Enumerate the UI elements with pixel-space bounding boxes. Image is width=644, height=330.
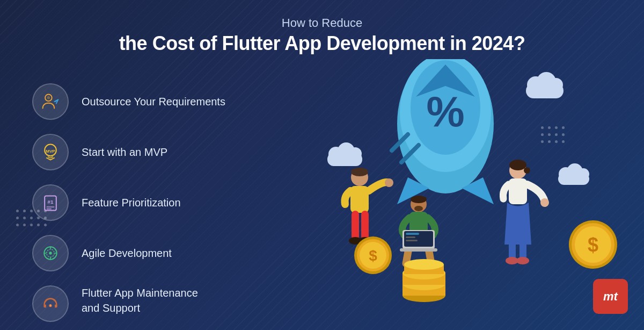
svg-point-22 (549, 78, 563, 92)
svg-point-26 (349, 147, 362, 160)
svg-rect-35 (361, 211, 369, 240)
svg-point-60 (516, 257, 529, 264)
outsource-icon (32, 83, 69, 120)
item-5-text: Flutter App Maintenanceand Support (82, 285, 198, 315)
item-4-text: Agile Development (82, 246, 172, 261)
header-title: the Cost of Flutter App Development in 2… (11, 32, 633, 55)
svg-rect-34 (352, 211, 359, 240)
svg-point-38 (385, 178, 393, 187)
logo-badge: mt (593, 279, 628, 314)
dots-pattern-right (541, 126, 566, 145)
svg-point-41 (414, 206, 423, 211)
mvp-icon: MVP (32, 134, 69, 170)
svg-point-54 (509, 160, 526, 170)
list-item-2: MVP Start with an MVP (32, 134, 290, 170)
svg-rect-49 (406, 233, 419, 235)
header-subtitle: How to Reduce (11, 16, 633, 30)
svg-rect-51 (406, 240, 418, 241)
left-panel: Outsource Your Requirements MVP Start wi… (32, 83, 290, 330)
svg-point-1 (47, 96, 50, 99)
illustration-svg: % (295, 59, 617, 306)
svg-point-32 (351, 168, 368, 176)
logo-text: mt (603, 290, 618, 304)
list-item-1: Outsource Your Requirements (32, 83, 290, 120)
header-section: How to Reduce the Cost of Flutter App De… (0, 0, 644, 66)
svg-rect-52 (400, 248, 437, 252)
svg-point-10 (49, 252, 52, 254)
svg-point-55 (524, 167, 530, 174)
svg-point-61 (540, 198, 549, 207)
svg-rect-50 (406, 236, 415, 238)
item-3-text: Feature Prioritization (82, 195, 181, 210)
svg-point-40 (411, 196, 427, 203)
item-2-text: Start with an MVP (82, 145, 167, 160)
svg-point-68 (404, 259, 444, 270)
svg-text:#1: #1 (48, 199, 54, 205)
svg-text:$: $ (369, 247, 377, 264)
svg-point-30 (577, 168, 589, 180)
maintenance-support-icon: ? (32, 285, 69, 322)
list-item-5: ? Flutter App Maintenanceand Support (32, 285, 290, 322)
agile-development-icon (32, 235, 69, 271)
svg-text:MVP: MVP (46, 149, 55, 154)
main-container: How to Reduce the Cost of Flutter App De… (0, 0, 644, 330)
svg-text:%: % (426, 88, 464, 135)
svg-text:$: $ (588, 234, 598, 256)
list-item-3: #1 Feature Prioritization (32, 184, 290, 221)
list-item-4: Agile Development (32, 235, 290, 271)
feature-prioritization-icon: #1 (32, 184, 69, 221)
item-1-text: Outsource Your Requirements (82, 94, 225, 109)
